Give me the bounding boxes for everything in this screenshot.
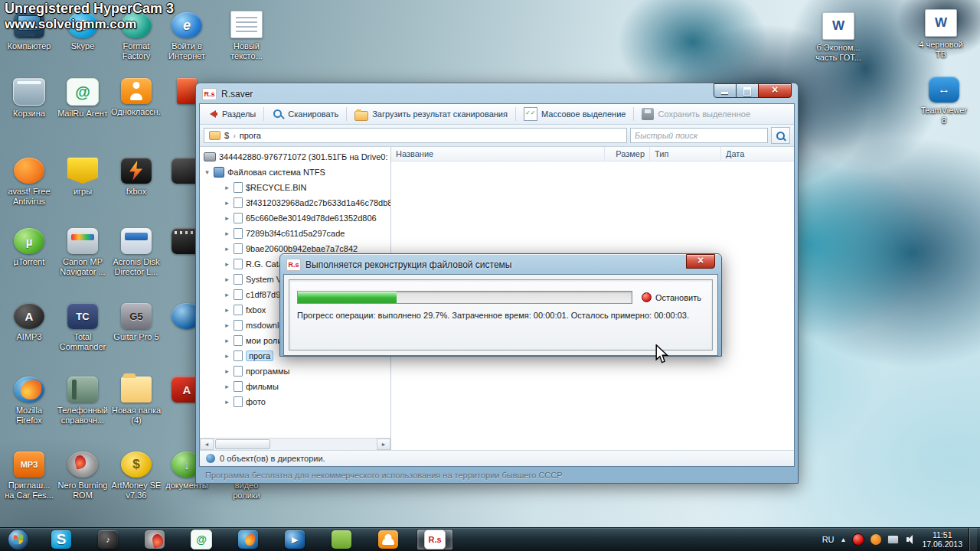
tree-horizontal-scrollbar[interactable]: ◄ ► [200, 438, 390, 450]
scroll-right-button[interactable]: ► [377, 439, 390, 450]
language-indicator[interactable]: RU [822, 535, 835, 544]
folder-item-icon [234, 182, 243, 193]
show-desktop-button[interactable] [969, 528, 977, 551]
desktop-icon-aimp[interactable]: AIMP3 [4, 303, 54, 342]
minimize-button[interactable] [714, 83, 737, 98]
breadcrumb[interactable]: $ прога [204, 128, 627, 143]
antivirus-tray-icon[interactable] [871, 534, 881, 545]
toolbar-button-mass-select[interactable]: Массовое выделение [524, 107, 626, 121]
expander-closed-icon[interactable] [224, 291, 230, 298]
breadcrumb-root[interactable]: $ [224, 131, 229, 140]
column-header-date[interactable]: Дата [721, 147, 794, 161]
expander-closed-icon[interactable] [224, 230, 230, 237]
folder-item-icon [234, 274, 243, 285]
expander-closed-icon[interactable] [224, 337, 230, 344]
column-header-size[interactable]: Размер [605, 147, 650, 161]
rsaver-titlebar[interactable]: R.s R.saver [196, 83, 798, 103]
volume-tray-icon[interactable] [905, 534, 916, 545]
desktop-icon-fxbox[interactable]: fxbox [111, 158, 162, 197]
hidden-icons-chevron[interactable] [841, 536, 847, 543]
expander-closed-icon[interactable] [224, 199, 230, 207]
folder-item-icon [234, 335, 243, 346]
expander-closed-icon[interactable] [224, 367, 230, 375]
desktop-icon-word-doc[interactable]: б.Эконом... часть ГОТ... [813, 12, 864, 63]
taskbar-skype[interactable] [43, 529, 80, 550]
desktop-icon-new-folder[interactable]: Новая папка (4) [111, 377, 162, 425]
toolbar-button-load-scan-result[interactable]: Загрузить результат сканирования [354, 108, 508, 121]
quick-search-input[interactable] [630, 128, 768, 143]
expander-closed-icon[interactable] [224, 276, 230, 283]
folder-item-icon [234, 289, 243, 300]
desktop-icon-mp3-file[interactable]: Приглаш... на Car Fes... [4, 452, 54, 500]
tree-item[interactable]: 65c660e8e30149d78de61352d806 [200, 210, 390, 226]
expander-open-icon[interactable] [204, 168, 211, 176]
tree-item-label: Файловая система NTFS [227, 168, 325, 177]
expander-closed-icon[interactable] [224, 398, 230, 406]
column-header-type[interactable]: Тип [650, 147, 721, 161]
tree-item-label: прога [246, 350, 273, 361]
taskbar-clock[interactable]: 11:51 17.06.2013 [922, 530, 962, 549]
recording-tray-icon[interactable] [852, 533, 864, 546]
close-button[interactable] [758, 83, 792, 98]
folder-item-icon [234, 396, 243, 407]
taskbar-firefox[interactable] [230, 529, 266, 550]
toolbar-button-partitions[interactable]: Разделы [206, 108, 256, 120]
expander-closed-icon[interactable] [224, 383, 230, 390]
expander-closed-icon[interactable] [224, 306, 230, 314]
desktop-icon-recycle-bin[interactable]: Корзина [4, 78, 54, 119]
scroll-left-button[interactable]: ◄ [200, 439, 214, 450]
desktop-icon-canon[interactable]: Canon MP Navigator ... [57, 228, 108, 277]
tree-item[interactable]: программы [200, 364, 390, 379]
taskbar-rsaver-active[interactable] [416, 529, 453, 550]
maximize-button[interactable] [736, 83, 759, 98]
window-footer: Программа бесплатна для некоммерческого … [196, 467, 798, 483]
desktop-icon-firefox[interactable]: Mozilla Firefox [4, 377, 54, 425]
tree-item[interactable]: 3f4312032968ad2c7b633d1a46c78db8 [200, 195, 390, 210]
expander-closed-icon[interactable] [224, 352, 230, 360]
start-button[interactable] [5, 529, 32, 550]
desktop-icon-acronis[interactable]: Acronis Disk Director L... [111, 228, 162, 277]
network-tray-icon[interactable] [887, 535, 899, 544]
desktop-icon-guitar-pro[interactable]: Guitar Pro 5 [111, 303, 162, 342]
taskbar-media-player[interactable] [276, 529, 313, 550]
desktop-icon-games[interactable]: игры [57, 158, 108, 197]
scrollbar-thumb[interactable] [215, 439, 270, 449]
tree-item[interactable]: фото [200, 394, 390, 409]
desktop-icon-total-commander[interactable]: Total Commander [57, 303, 108, 352]
toolbar-button-scan[interactable]: Сканировать [272, 108, 338, 120]
taskbar-odnoklassniki[interactable] [370, 529, 407, 550]
dialog-titlebar[interactable]: R.s Выполняется реконструкция файловой с… [280, 254, 721, 274]
scrollbar-track[interactable] [214, 439, 377, 450]
expander-closed-icon[interactable] [224, 214, 230, 222]
column-header-name[interactable]: Название [391, 147, 605, 161]
desktop-icon-teamviewer[interactable]: TeamViewer 8 [919, 77, 969, 126]
desktop-icon-phonebook[interactable]: Телефонный справочн... [57, 377, 108, 425]
tree-item-label: 3f4312032968ad2c7b633d1a46c78db8 [246, 198, 390, 207]
taskbar-music-player[interactable] [90, 529, 126, 550]
search-button[interactable] [771, 127, 790, 144]
desktop-icon-avast[interactable]: avast! Free Antivirus [4, 158, 54, 207]
tree-item[interactable]: фильмы [200, 379, 390, 394]
breadcrumb-current[interactable]: прога [240, 131, 261, 140]
desktop-icon-mailru-agent[interactable]: MailRu Агент [57, 78, 108, 119]
desktop-icon-utorrent[interactable]: µTorrent [4, 228, 54, 267]
dialog-close-button[interactable] [686, 254, 715, 269]
tree-item-drive[interactable]: 344442880-976771072 (301.51ГБ на Drive0:… [200, 149, 390, 165]
stop-button[interactable]: Остановить [642, 292, 704, 302]
tree-item-filesystem[interactable]: Файловая система NTFS [200, 165, 390, 180]
tree-item[interactable]: 7289b3f4c611d5a297cade [200, 226, 390, 241]
desktop-icon-text-doc[interactable]: Новый тексто... [221, 11, 272, 61]
desktop-icon-docx-doc[interactable]: 4 черновой ТВ [916, 9, 966, 60]
expander-closed-icon[interactable] [224, 184, 230, 191]
desktop-icon-odnoklassniki[interactable]: Одноклассн... [111, 78, 162, 117]
taskbar-mailru-agent[interactable] [183, 529, 220, 550]
desktop-icon-artmoney[interactable]: ArtMoney SE v7.36 [111, 452, 162, 500]
desktop-icon-nero[interactable]: Nero Burning ROM [57, 452, 108, 500]
tree-item[interactable]: $RECYCLE.BIN [200, 180, 390, 195]
taskbar-nero[interactable] [136, 529, 173, 550]
taskbar-android-app[interactable] [323, 529, 360, 550]
expander-closed-icon[interactable] [224, 321, 230, 329]
expander-closed-icon[interactable] [224, 245, 230, 253]
expander-closed-icon[interactable] [224, 260, 230, 268]
rsaver-toolbar: Разделы Сканировать Загрузить результат … [200, 104, 794, 125]
